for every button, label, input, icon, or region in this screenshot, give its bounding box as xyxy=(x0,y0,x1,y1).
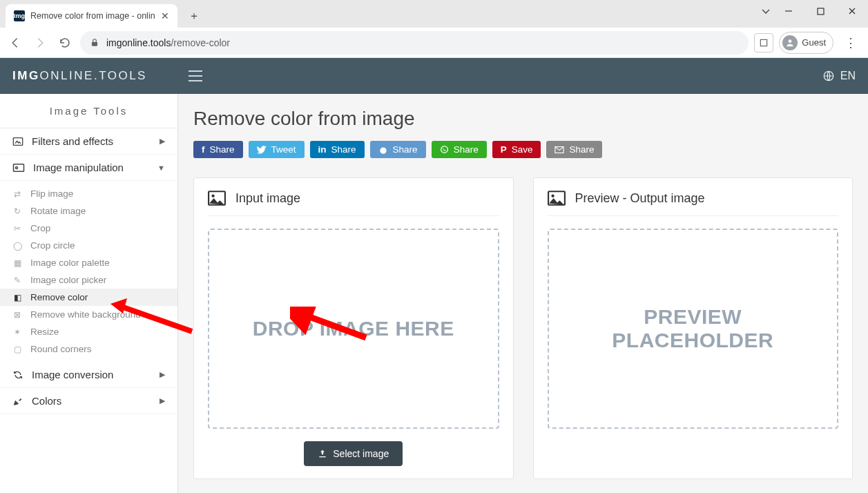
pinterest-icon: P xyxy=(501,144,507,155)
browser-tab[interactable]: Img Remove color from image - onlin ✕ xyxy=(6,4,177,28)
forward-button[interactable] xyxy=(30,33,50,52)
chevron-right-icon: ▶ xyxy=(160,137,165,146)
drop-image-zone[interactable]: DROP IMAGE HERE xyxy=(208,229,499,429)
share-buttons: fShare Tweet inShare Share Share PSave S… xyxy=(193,141,853,158)
image-icon xyxy=(208,191,226,206)
sidebar-category-label: Image manipulation xyxy=(33,162,124,173)
select-image-button[interactable]: Select image xyxy=(304,441,403,466)
profile-label: Guest xyxy=(802,37,826,48)
removewhite-icon: ⊠ xyxy=(12,310,22,320)
tab-overflow-chevron[interactable] xyxy=(760,6,771,17)
maximize-button[interactable] xyxy=(804,0,836,22)
share-label: Share xyxy=(210,144,235,155)
sidebar-item-label: Resize xyxy=(30,327,59,337)
chevron-right-icon: ▶ xyxy=(160,396,165,405)
sidebar-category-manipulation[interactable]: Image manipulation ▼ xyxy=(0,155,177,181)
chevron-down-icon: ▼ xyxy=(157,164,165,172)
new-tab-button[interactable]: ＋ xyxy=(184,6,204,26)
input-panel-header: Input image xyxy=(208,191,499,216)
reddit-icon xyxy=(378,146,388,154)
sidebar-item-cropcircle[interactable]: ◯Crop circle xyxy=(0,237,177,254)
upload-icon xyxy=(318,449,327,458)
removecolor-icon: ◧ xyxy=(12,293,22,302)
share-label: Share xyxy=(454,144,479,155)
close-tab-icon[interactable]: ✕ xyxy=(161,10,169,21)
sidebar-item-label: Image color picker xyxy=(30,275,106,285)
panel-title: Input image xyxy=(235,191,300,206)
picker-icon: ✎ xyxy=(12,276,22,285)
share-twitter-button[interactable]: Tweet xyxy=(249,141,305,158)
avatar-icon xyxy=(782,35,798,50)
preview-placeholder: PREVIEW PLACEHOLDER xyxy=(548,229,839,429)
preview-panel: Preview - Output image PREVIEW PLACEHOLD… xyxy=(533,177,853,479)
back-button[interactable] xyxy=(6,33,25,52)
share-linkedin-button[interactable]: inShare xyxy=(310,141,365,158)
sidebar-item-label: Round corners xyxy=(30,344,92,354)
minimize-button[interactable] xyxy=(773,0,804,22)
profile-button[interactable]: Guest xyxy=(779,32,833,54)
sidebar-category-conversion[interactable]: Image conversion ▶ xyxy=(0,362,177,388)
reload-button[interactable] xyxy=(55,33,75,52)
brand-logo[interactable]: IMGONLINE.TOOLS xyxy=(12,69,147,83)
sidebar-item-label: Remove color xyxy=(30,292,88,302)
twitter-icon xyxy=(257,146,267,154)
svg-point-10 xyxy=(441,146,447,153)
address-bar[interactable]: imgonline.tools/remove-color xyxy=(80,31,749,55)
resize-icon: ✶ xyxy=(12,327,22,337)
app-header: IMGONLINE.TOOLS EN xyxy=(0,58,868,94)
globe-icon xyxy=(822,70,835,82)
share-whatsapp-button[interactable]: Share xyxy=(432,141,487,158)
sidebar-item-picker[interactable]: ✎Image color picker xyxy=(0,271,177,289)
sidebar-item-rotate[interactable]: ↻Rotate image xyxy=(0,202,177,220)
input-panel: Input image DROP IMAGE HERE Select image xyxy=(193,177,514,479)
sidebar-item-removecolor[interactable]: ◧Remove color xyxy=(0,289,177,306)
close-window-button[interactable] xyxy=(836,0,868,22)
sidebar-category-colors[interactable]: Colors ▶ xyxy=(0,388,177,414)
main-content: Remove color from image fShare Tweet inS… xyxy=(178,94,868,493)
share-label: Share xyxy=(569,144,594,155)
extensions-button[interactable] xyxy=(754,33,773,52)
menu-toggle-button[interactable] xyxy=(189,70,202,81)
sidebar-item-resize[interactable]: ✶Resize xyxy=(0,323,177,340)
app-body: Image Tools Filters and effects ▶ Image … xyxy=(0,94,868,493)
favicon-icon: Img xyxy=(14,10,25,21)
url-text: imgonline.tools/remove-color xyxy=(106,37,230,48)
share-pinterest-button[interactable]: PSave xyxy=(492,141,541,158)
image-icon xyxy=(548,191,566,206)
share-reddit-button[interactable]: Share xyxy=(370,141,426,158)
sidebar-category-filters[interactable]: Filters and effects ▶ xyxy=(0,128,177,155)
sidebar-item-crop[interactable]: ✂Crop xyxy=(0,220,177,237)
browser-chrome: Img Remove color from image - onlin ✕ ＋ … xyxy=(0,0,868,58)
sidebar-item-label: Crop xyxy=(30,223,50,233)
share-facebook-button[interactable]: fShare xyxy=(193,141,243,158)
filters-icon xyxy=(12,137,23,146)
page-title: Remove color from image xyxy=(193,108,853,130)
language-label: EN xyxy=(840,70,856,82)
sidebar-item-round[interactable]: ▢Round corners xyxy=(0,340,177,358)
svg-point-8 xyxy=(16,166,18,168)
sidebar-item-label: Crop circle xyxy=(30,240,75,251)
preview-text: PREVIEW PLACEHOLDER xyxy=(563,305,824,352)
round-icon: ▢ xyxy=(12,345,22,354)
panels-row: Input image DROP IMAGE HERE Select image… xyxy=(193,177,853,479)
svg-rect-3 xyxy=(761,39,767,46)
conversion-icon xyxy=(12,370,23,380)
browser-menu-button[interactable]: ⋮ xyxy=(839,35,862,50)
colors-icon xyxy=(12,396,23,407)
svg-point-9 xyxy=(380,147,386,153)
sidebar-item-removewhite[interactable]: ⊠Remove white background xyxy=(0,306,177,323)
sidebar-item-flip[interactable]: ⇄Flip image xyxy=(0,185,177,202)
svg-rect-1 xyxy=(818,8,824,14)
circle-icon: ◯ xyxy=(12,241,22,251)
language-selector[interactable]: EN xyxy=(822,70,856,82)
facebook-icon: f xyxy=(202,144,205,155)
panel-title: Preview - Output image xyxy=(575,191,705,206)
chevron-right-icon: ▶ xyxy=(160,370,165,379)
sidebar-item-palette[interactable]: ▦Image color palette xyxy=(0,254,177,271)
tab-title: Remove color from image - onlin xyxy=(30,11,155,21)
whatsapp-icon xyxy=(440,145,449,154)
sidebar-item-label: Flip image xyxy=(30,188,73,199)
share-email-button[interactable]: Share xyxy=(546,141,602,158)
sidebar-category-label: Filters and effects xyxy=(32,135,113,147)
share-label: Tweet xyxy=(271,144,296,155)
